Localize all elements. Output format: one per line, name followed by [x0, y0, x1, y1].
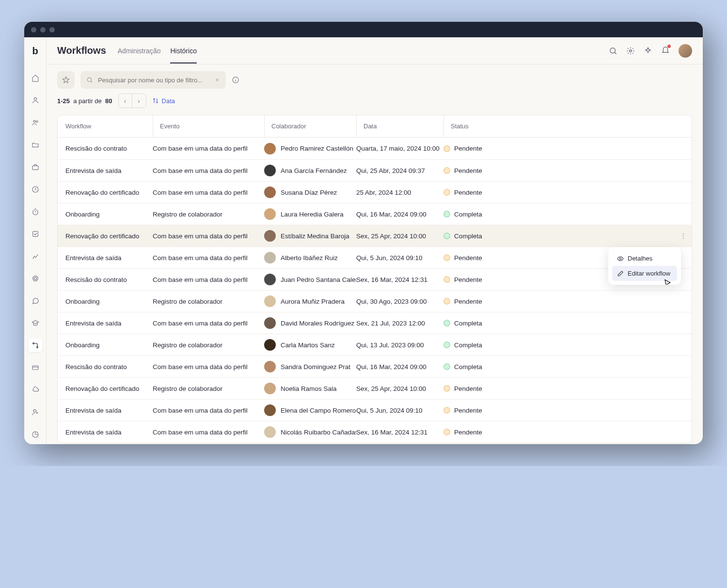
cell-date: Qui, 16 Mar, 2024 09:00 — [356, 211, 443, 218]
clear-icon[interactable] — [214, 77, 220, 83]
search-box[interactable] — [80, 71, 226, 89]
table-row[interactable]: Entrevista de saída Com base em uma data… — [58, 312, 692, 334]
svg-point-12 — [33, 410, 36, 412]
avatar[interactable] — [679, 44, 692, 58]
table-row[interactable]: Renovação do certificado Registro de col… — [58, 377, 692, 399]
page-next-button[interactable]: › — [132, 94, 146, 108]
status-label: Pendente — [454, 189, 482, 196]
table-row[interactable]: Entrevista de saída Com base em uma data… — [58, 399, 692, 421]
nav-timer-icon[interactable] — [29, 205, 42, 218]
favorite-button[interactable] — [57, 71, 75, 89]
cell-date: Qui, 25 Abr, 2024 09:37 — [356, 167, 443, 174]
cell-event: Registro de colaborador — [153, 211, 264, 218]
cell-workflow: Onboarding — [65, 341, 153, 349]
search-icon[interactable] — [609, 46, 617, 55]
collaborator-name: Carla Martos Sanz — [281, 341, 335, 349]
status-label: Pendente — [454, 298, 482, 305]
nav-graduation-icon[interactable] — [29, 316, 42, 330]
collaborator-avatar — [264, 383, 276, 394]
nav-briefcase-icon[interactable] — [29, 160, 42, 174]
page-prev-button[interactable]: ‹ — [119, 94, 132, 108]
nav-chart-icon[interactable] — [29, 249, 42, 263]
cell-workflow: Entrevista de saída — [65, 254, 153, 262]
popover-edit[interactable]: Editar workflow — [612, 266, 677, 281]
table-row[interactable]: Renovação do certificado Com base em uma… — [58, 225, 692, 247]
cell-date: Sex, 21 Jul, 2023 12:00 — [356, 320, 443, 327]
collaborator-avatar — [264, 230, 276, 242]
cell-workflow: Renovação do certificado — [65, 232, 153, 240]
tab-admin[interactable]: Administração — [118, 38, 161, 63]
nav-clock-icon[interactable] — [29, 183, 42, 196]
row-menu-button[interactable]: ⋮ — [680, 232, 684, 240]
collaborator-avatar — [264, 274, 276, 285]
cell-status: Completa — [443, 341, 684, 349]
svg-point-9 — [32, 343, 34, 344]
nav-folder-icon[interactable] — [29, 138, 42, 152]
status-label: Pendente — [454, 145, 482, 152]
search-input[interactable] — [98, 77, 209, 84]
info-icon[interactable] — [232, 76, 239, 84]
collaborator-avatar — [264, 252, 276, 263]
table-row[interactable]: Entrevista de saída Com base em uma data… — [58, 421, 692, 443]
col-collaborator: Colaborador — [264, 115, 356, 137]
cell-event: Com base em uma data do perfil — [153, 320, 264, 327]
sort-button[interactable]: Data — [152, 97, 175, 105]
collaborator-avatar — [264, 317, 276, 329]
table-row[interactable]: Rescisão do contrato Com base em uma dat… — [58, 138, 692, 159]
window-min-dot[interactable] — [40, 27, 46, 32]
table-row[interactable]: Onboarding Registro de colaborador Carla… — [58, 334, 692, 356]
cell-status: Completa — [443, 211, 684, 218]
cell-status: Completa — [443, 320, 684, 327]
titlebar — [24, 22, 703, 37]
collaborator-name: Ana García Fernández — [281, 167, 347, 174]
nav-target-icon[interactable] — [29, 272, 42, 285]
table-row[interactable]: Onboarding Registro de colaborador Auror… — [58, 290, 692, 312]
collaborator-avatar — [264, 208, 276, 220]
status-label: Completa — [454, 211, 482, 218]
nav-adduser-icon[interactable] — [29, 405, 42, 419]
cell-workflow: Onboarding — [65, 298, 153, 305]
window-max-dot[interactable] — [49, 27, 55, 32]
cell-collaborator: Sandra Dominguez Prat — [264, 361, 356, 372]
svg-rect-3 — [32, 166, 38, 170]
nav-user-icon[interactable] — [29, 93, 42, 107]
status-label: Completa — [454, 341, 482, 349]
table-row[interactable]: Entrevista de saída Com base em uma data… — [58, 247, 692, 268]
cell-collaborator: Ana García Fernández — [264, 165, 356, 176]
sparkle-icon[interactable] — [644, 46, 652, 55]
table-row[interactable]: Entrevista de saída Com base em uma data… — [58, 159, 692, 181]
tab-history[interactable]: Histórico — [170, 38, 196, 63]
nav-chat-icon[interactable] — [29, 294, 42, 308]
collaborator-avatar — [264, 165, 276, 176]
cell-date: Qui, 13 Jul, 2023 09:00 — [356, 341, 443, 349]
cell-event: Com base em uma data do perfil — [153, 167, 264, 174]
svg-rect-11 — [32, 366, 38, 370]
svg-point-2 — [36, 121, 37, 122]
table-row[interactable]: Rescisão do contrato Com base em uma dat… — [58, 356, 692, 377]
nav-cloud-icon[interactable] — [29, 383, 42, 397]
search-glass-icon — [86, 77, 93, 83]
window-close-dot[interactable] — [31, 27, 36, 32]
gear-icon[interactable] — [626, 46, 635, 55]
table-row[interactable]: Rescisão do contrato Com base em uma dat… — [58, 268, 692, 290]
svg-point-10 — [36, 347, 38, 348]
table-row[interactable]: Renovação do certificado Com base em uma… — [58, 181, 692, 203]
cell-collaborator: Carla Martos Sanz — [264, 339, 356, 351]
bell-icon[interactable] — [661, 46, 670, 56]
table-row[interactable]: Onboarding Registro de colaborador Laura… — [58, 203, 692, 225]
collaborator-name: Elena del Campo Romero — [281, 407, 356, 414]
col-workflow: Workflow — [65, 115, 153, 137]
nav-card-icon[interactable] — [29, 361, 42, 374]
collaborator-name: Noelia Ramos Sala — [281, 385, 337, 392]
nav-pie-icon[interactable] — [29, 428, 42, 441]
topbar: Workflows Administração Histórico — [47, 37, 703, 64]
nav-users-icon[interactable] — [29, 116, 42, 129]
nav-check-icon[interactable] — [29, 227, 42, 241]
collaborator-name: Nicolás Ruibarbo Cañadas — [281, 429, 356, 436]
cell-event: Com base em uma data do perfil — [153, 254, 264, 262]
popover-details[interactable]: Detalhes — [612, 251, 677, 266]
cell-collaborator: Elena del Campo Romero — [264, 404, 356, 416]
nav-workflow-icon[interactable] — [29, 339, 42, 352]
nav-home-icon[interactable] — [29, 71, 42, 85]
collaborator-name: Sandra Dominguez Prat — [281, 363, 350, 371]
